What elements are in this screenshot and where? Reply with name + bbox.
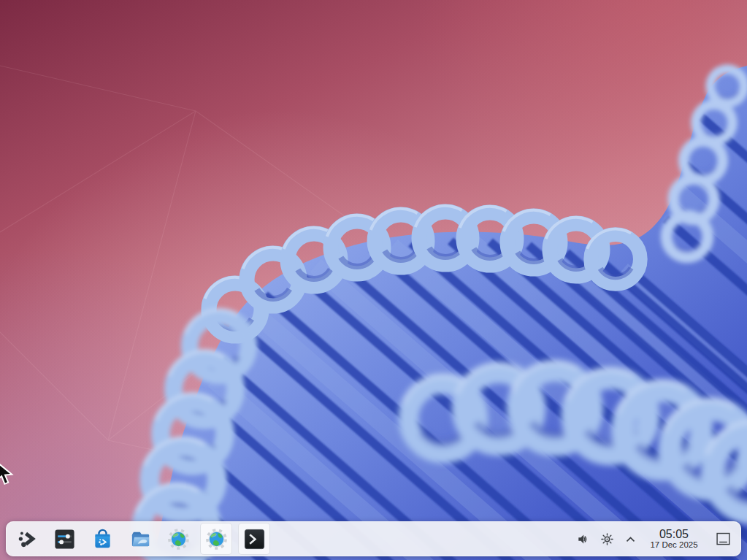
desktop-wallpaper[interactable] [0, 0, 747, 560]
task-konsole-terminal[interactable] [238, 523, 270, 555]
digital-clock-widget[interactable]: 05:05 17 Dec 2025 [646, 528, 702, 550]
dolphin-file-manager-button[interactable] [124, 523, 156, 555]
clock-date: 17 Dec 2025 [646, 540, 702, 549]
brightness-icon [599, 531, 616, 548]
expand-tray-chevron-up-icon [622, 531, 639, 548]
task-web-browser[interactable] [200, 523, 232, 555]
discover-software-center-icon [91, 528, 114, 551]
app-launcher-icon [15, 528, 38, 551]
web-browser-globe-icon [167, 528, 190, 551]
app-launcher-button[interactable] [10, 523, 42, 555]
brightness-button[interactable] [595, 523, 618, 555]
discover-button[interactable] [86, 523, 118, 555]
tray-expand-button[interactable] [618, 523, 642, 555]
web-browser-globe-icon [205, 528, 228, 551]
konsole-terminal-icon [243, 528, 266, 551]
clock-time: 05:05 [646, 528, 702, 540]
audio-volume-icon [575, 531, 592, 548]
show-desktop-icon [715, 531, 732, 548]
volume-button[interactable] [572, 523, 595, 555]
system-settings-icon [53, 528, 76, 551]
taskbar-panel: 05:05 17 Dec 2025 [6, 521, 741, 556]
system-settings-button[interactable] [48, 523, 80, 555]
show-desktop-button[interactable] [712, 523, 734, 555]
dolphin-file-manager-icon [129, 528, 152, 551]
web-browser-button[interactable] [162, 523, 194, 555]
